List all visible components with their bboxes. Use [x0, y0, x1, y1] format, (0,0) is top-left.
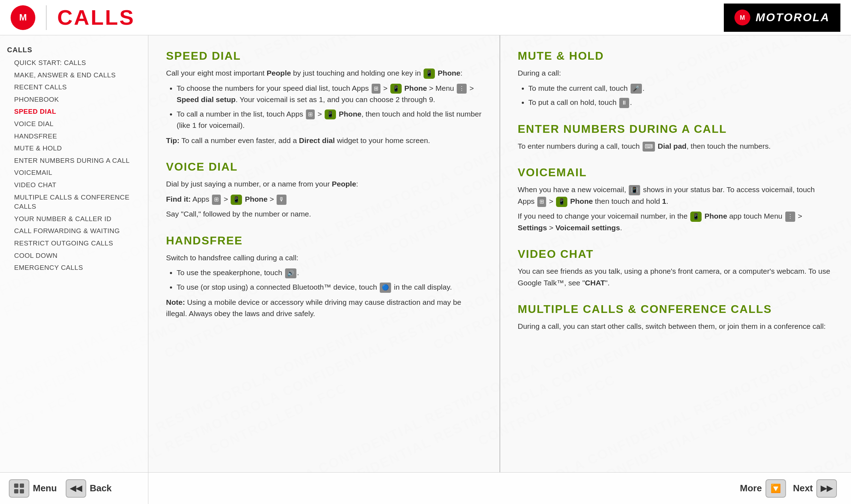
multiple-calls-heading: MULTIPLE CALLS & CONFERENCE CALLS — [518, 303, 834, 316]
mic-icon: 🎙 — [277, 195, 286, 205]
sidebar-item-speed-dial[interactable]: SPEED DIAL — [7, 106, 141, 118]
content-right: MUTE & HOLD During a call: To mute the c… — [500, 35, 851, 472]
svg-text:M: M — [19, 12, 27, 23]
mute-icon: 🎤 — [631, 84, 642, 94]
sidebar-item-multiple-calls[interactable]: MULTIPLE CALLS & CONFERENCE CALLS — [7, 191, 141, 213]
main-container: CALLS QUICK START: CALLSMAKE, ANSWER & E… — [0, 35, 851, 472]
sidebar-section-title: CALLS — [7, 46, 141, 54]
svg-rect-9 — [20, 484, 24, 488]
svg-rect-8 — [14, 484, 18, 488]
phone-icon-inline: 📱 — [424, 69, 435, 79]
svg-rect-10 — [14, 489, 18, 493]
grid-icon — [13, 483, 25, 494]
voicemail-heading: VOICEMAIL — [518, 166, 834, 179]
next-label: Next — [793, 483, 813, 494]
header: M CALLS M MOTOROLA — [0, 0, 851, 35]
hold-icon: ⏸ — [619, 98, 629, 108]
speaker-icon: 🔊 — [285, 268, 296, 279]
voice-dial-body: Dial by just saying a number, or a name … — [166, 178, 482, 220]
footer: Menu ◀◀ Back More 🔽 Next ▶▶ — [0, 472, 851, 504]
voice-dial-heading: VOICE DIAL — [166, 160, 482, 173]
apps-icon-4: ⊞ — [537, 197, 546, 207]
menu-label: Menu — [33, 483, 57, 494]
next-button[interactable]: Next ▶▶ — [793, 479, 837, 498]
sidebar-item-enter-numbers[interactable]: ENTER NUMBERS DURING A CALL — [7, 155, 141, 167]
sidebar-item-quick-start[interactable]: QUICK START: CALLS — [7, 57, 141, 69]
sidebar-item-handsfree[interactable]: HANDSFREE — [7, 130, 141, 143]
more-button[interactable]: More 🔽 — [740, 479, 786, 498]
video-chat-body: You can see friends as you talk, using a… — [518, 266, 834, 289]
more-icon-btn: 🔽 — [766, 479, 786, 498]
multiple-calls-body: During a call, you can start other calls… — [518, 321, 834, 332]
phone-icon-3: 📱 — [325, 109, 336, 120]
brand-logo-svg: M — [736, 11, 749, 24]
enter-numbers-body: To enter numbers during a call, touch ⌨ … — [518, 141, 834, 152]
content-area: SPEED DIAL Call your eight most importan… — [148, 35, 851, 472]
voicemail-icon: 📳 — [629, 185, 640, 195]
back-icon-btn: ◀◀ — [66, 479, 86, 498]
sidebar-item-voice-dial[interactable]: VOICE DIAL — [7, 118, 141, 130]
phone-icon-5: 📱 — [556, 197, 567, 207]
apps-icon-1: ⊞ — [372, 84, 380, 94]
sidebar-item-restrict-calls[interactable]: RESTRICT OUTGOING CALLS — [7, 237, 141, 250]
handsfree-body: Switch to handsfree calling during a cal… — [166, 252, 482, 320]
speed-dial-heading: SPEED DIAL — [166, 49, 482, 63]
sidebar-nav: QUICK START: CALLSMAKE, ANSWER & END CAL… — [7, 57, 141, 274]
content-left: SPEED DIAL Call your eight most importan… — [148, 35, 500, 472]
voicemail-body: When you have a new voicemail, 📳 shows i… — [518, 184, 834, 233]
header-divider — [46, 5, 47, 30]
mute-hold-heading: MUTE & HOLD — [518, 49, 834, 63]
bluetooth-icon: 🔵 — [380, 283, 391, 293]
back-label: Back — [90, 483, 112, 494]
enter-numbers-heading: ENTER NUMBERS DURING A CALL — [518, 123, 834, 136]
sidebar-item-video-chat[interactable]: VIDEO CHAT — [7, 179, 141, 191]
svg-rect-11 — [20, 489, 24, 493]
sidebar-item-recent-calls[interactable]: RECENT CALLS — [7, 81, 141, 94]
video-chat-heading: VIDEO CHAT — [518, 248, 834, 261]
sidebar-item-voicemail[interactable]: VOICEMAIL — [7, 167, 141, 179]
phone-icon-4: 📱 — [231, 195, 242, 205]
sidebar-item-cool-down[interactable]: COOL DOWN — [7, 250, 141, 262]
phone-icon-6: 📱 — [690, 212, 702, 222]
motorola-logo-svg: M — [14, 9, 32, 26]
footer-right: More 🔽 Next ▶▶ — [148, 472, 851, 504]
more-label: More — [740, 483, 762, 494]
motorola-brand: M MOTOROLA — [724, 4, 840, 32]
sidebar: CALLS QUICK START: CALLSMAKE, ANSWER & E… — [0, 35, 148, 472]
handsfree-heading: HANDSFREE — [166, 234, 482, 247]
apps-icon-2: ⊞ — [306, 109, 315, 120]
menu-button[interactable]: Menu — [9, 479, 57, 498]
sidebar-item-caller-id[interactable]: YOUR NUMBER & CALLER ID — [7, 213, 141, 225]
mute-hold-body: During a call: To mute the current call,… — [518, 67, 834, 108]
sidebar-item-mute-hold[interactable]: MUTE & HOLD — [7, 142, 141, 155]
apps-icon-3: ⊞ — [212, 195, 221, 205]
sidebar-item-emergency-calls[interactable]: EMERGENCY CALLS — [7, 262, 141, 274]
next-icon-btn: ▶▶ — [816, 479, 837, 498]
motorola-logo: M — [11, 5, 35, 30]
page-title: CALLS — [57, 5, 135, 30]
sidebar-item-phonebook[interactable]: PHONEBOOK — [7, 94, 141, 106]
menu-icon-1: ⋮ — [457, 84, 467, 94]
svg-text:M: M — [740, 14, 745, 21]
brand-logo-small: M — [734, 10, 750, 25]
dialpad-icon: ⌨ — [643, 142, 655, 152]
menu-icon-2: ⋮ — [785, 212, 795, 222]
brand-name: MOTOROLA — [756, 11, 830, 24]
back-button[interactable]: ◀◀ Back — [66, 479, 112, 498]
sidebar-item-make-answer[interactable]: MAKE, ANSWER & END CALLS — [7, 69, 141, 82]
footer-left: Menu ◀◀ Back — [0, 472, 148, 504]
phone-icon-2: 📱 — [390, 84, 402, 94]
sidebar-item-call-forwarding[interactable]: CALL FORWARDING & WAITING — [7, 225, 141, 237]
menu-icon-btn — [9, 479, 29, 498]
speed-dial-body: Call your eight most important People by… — [166, 67, 482, 146]
